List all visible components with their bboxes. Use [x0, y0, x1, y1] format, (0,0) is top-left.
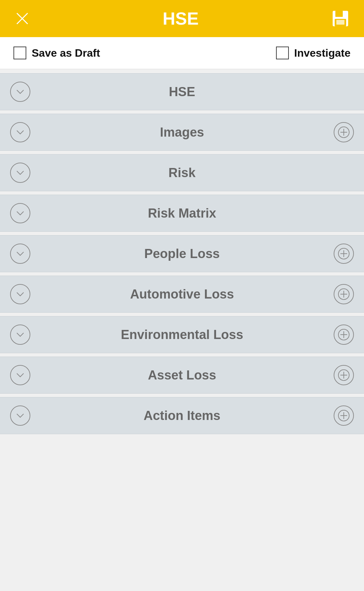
section-row-asset_loss[interactable]: Asset Loss: [0, 357, 364, 394]
save-as-draft-checkbox[interactable]: Save as Draft: [13, 47, 100, 59]
svg-rect-3: [335, 11, 343, 17]
sections-container: HSE Images Risk Risk Matrix People Loss …: [0, 69, 364, 438]
add-icon-images[interactable]: [334, 122, 354, 142]
save-button[interactable]: [330, 8, 351, 29]
add-icon-environmental_loss[interactable]: [334, 325, 354, 345]
save-draft-checkbox-box[interactable]: [13, 47, 26, 59]
add-icon-action_items[interactable]: [334, 405, 354, 426]
add-icon-automotive_loss[interactable]: [334, 284, 354, 304]
section-title-risk: Risk: [30, 166, 334, 180]
add-icon-asset_loss[interactable]: [334, 365, 354, 385]
close-icon[interactable]: [13, 10, 31, 27]
chevron-down-icon-images[interactable]: [10, 122, 30, 142]
section-row-automotive_loss[interactable]: Automotive Loss: [0, 276, 364, 313]
chevron-down-icon-risk_matrix[interactable]: [10, 203, 30, 223]
svg-rect-5: [336, 20, 344, 25]
spacer-hse: [334, 82, 354, 102]
section-title-environmental_loss: Environmental Loss: [30, 328, 334, 342]
section-row-environmental_loss[interactable]: Environmental Loss: [0, 316, 364, 353]
page-title: HSE: [163, 8, 199, 29]
section-row-hse[interactable]: HSE: [0, 73, 364, 110]
section-title-people_loss: People Loss: [30, 247, 334, 261]
options-bar: Save as Draft Investigate: [0, 37, 364, 69]
header: HSE: [0, 0, 364, 37]
add-icon-people_loss[interactable]: [334, 244, 354, 264]
chevron-down-icon-environmental_loss[interactable]: [10, 325, 30, 345]
section-row-images[interactable]: Images: [0, 114, 364, 151]
investigate-checkbox[interactable]: Investigate: [276, 47, 351, 59]
spacer-risk_matrix: [334, 203, 354, 223]
section-row-risk[interactable]: Risk: [0, 154, 364, 191]
section-title-automotive_loss: Automotive Loss: [30, 287, 334, 302]
chevron-down-icon-automotive_loss[interactable]: [10, 284, 30, 304]
spacer-risk: [334, 163, 354, 183]
chevron-down-icon-people_loss[interactable]: [10, 244, 30, 264]
section-row-risk_matrix[interactable]: Risk Matrix: [0, 195, 364, 232]
section-title-action_items: Action Items: [30, 409, 334, 423]
chevron-down-icon-risk[interactable]: [10, 163, 30, 183]
section-row-action_items[interactable]: Action Items: [0, 397, 364, 434]
chevron-down-icon-action_items[interactable]: [10, 405, 30, 426]
chevron-down-icon-asset_loss[interactable]: [10, 365, 30, 385]
investigate-checkbox-box[interactable]: [276, 47, 289, 59]
chevron-down-icon-hse[interactable]: [10, 82, 30, 102]
section-title-hse: HSE: [30, 85, 334, 99]
bottom-area: [0, 438, 364, 573]
save-draft-label: Save as Draft: [32, 47, 100, 59]
section-title-asset_loss: Asset Loss: [30, 368, 334, 383]
section-title-risk_matrix: Risk Matrix: [30, 206, 334, 221]
investigate-label: Investigate: [294, 47, 351, 59]
section-title-images: Images: [30, 125, 334, 140]
section-row-people_loss[interactable]: People Loss: [0, 235, 364, 272]
